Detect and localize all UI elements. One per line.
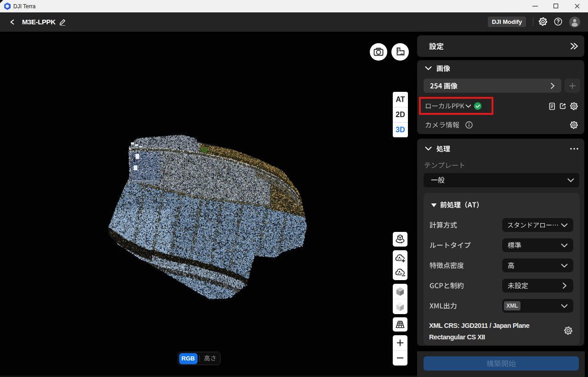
svg-text:?: ? [556,18,560,25]
